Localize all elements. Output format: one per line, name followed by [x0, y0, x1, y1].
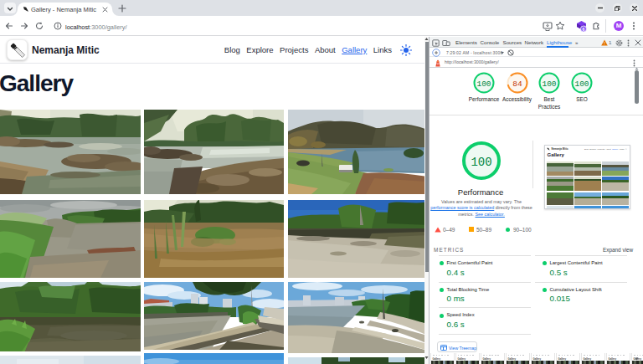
svg-text:100: 100 — [476, 79, 491, 89]
svg-text:100: 100 — [542, 79, 556, 89]
svg-text:100: 100 — [574, 79, 589, 89]
svg-text:100: 100 — [471, 156, 491, 169]
svg-text:84: 84 — [512, 79, 522, 89]
svg-text:6: 6 — [583, 27, 585, 32]
svg-text:!: ! — [604, 41, 604, 46]
